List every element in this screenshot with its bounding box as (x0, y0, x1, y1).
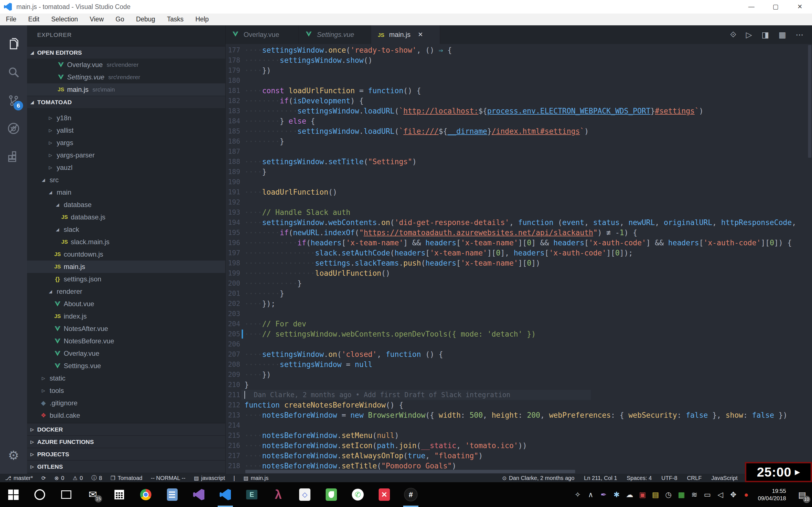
code-line[interactable]: 203 (225, 309, 812, 319)
tree-item[interactable]: JSindex.js (27, 310, 225, 323)
task-view-button[interactable] (53, 482, 80, 507)
tree-item[interactable]: NotesBefore.vue (27, 335, 225, 347)
code-line[interactable]: 217····notesBeforeWindow.setAlwaysOnTop(… (225, 451, 812, 461)
tree-item[interactable]: ◢database (27, 199, 225, 211)
tree-item[interactable]: NotesAfter.vue (27, 323, 225, 335)
code-line[interactable]: 186········} (225, 136, 812, 147)
code-line[interactable]: 177····settingsWindow.once('ready-to-sho… (225, 45, 812, 55)
sourcetree-app[interactable]: ◇ (292, 482, 318, 507)
code-line[interactable]: 202····}); (225, 298, 812, 309)
matrix-icon[interactable]: ▦ (677, 490, 686, 499)
code-line[interactable]: 179····}) (225, 65, 812, 75)
menu-go[interactable]: Go (110, 15, 130, 23)
code-line[interactable]: 204····// For dev (225, 319, 812, 329)
horizontal-scrollbar[interactable] (245, 470, 575, 473)
code-line[interactable]: 190 (225, 177, 812, 187)
code-line[interactable]: 208········settingsWindow = null (225, 359, 812, 370)
tree-item[interactable]: JScountdown.js (27, 248, 225, 261)
code-line[interactable]: 216····notesBeforeWindow.setIcon(path.jo… (225, 441, 812, 451)
code-line[interactable]: 200············} (225, 278, 812, 288)
tree-item[interactable]: ◢slack (27, 223, 225, 236)
code-line[interactable]: 209····}) (225, 370, 812, 380)
red-x-app[interactable]: ✕ (371, 482, 398, 507)
status-language-file[interactable]: ▤javascript (194, 475, 225, 482)
code-line[interactable]: 198················settings.slackTeams.p… (225, 258, 812, 268)
menu-help[interactable]: Help (190, 15, 214, 23)
obd-icon[interactable]: ▤ (651, 490, 660, 499)
status-errors[interactable]: ⊗0 (54, 475, 64, 482)
calendar-app[interactable] (106, 482, 133, 507)
code-line[interactable]: 214 (225, 420, 812, 431)
code-line[interactable]: 212function createNotesBeforeWindow() { (225, 400, 812, 410)
cortana-button[interactable] (27, 482, 53, 507)
tab-close-icon[interactable]: ✕ (418, 31, 423, 38)
whatsapp-app[interactable]: ✆ (345, 482, 371, 507)
vscode-app[interactable] (212, 482, 239, 507)
code-line[interactable]: 210} (225, 380, 812, 390)
status-eol[interactable]: CRLF (687, 475, 702, 482)
code-line[interactable]: 189····} (225, 167, 812, 177)
status-warnings[interactable]: ⚠0 (73, 475, 83, 482)
evernote-app[interactable] (318, 482, 345, 507)
activity-search-icon[interactable] (0, 59, 27, 86)
split-editor-icon[interactable]: ▦ (779, 30, 786, 40)
mail-app[interactable]: ✉15 (80, 482, 106, 507)
tree-item[interactable]: ▷yallist (27, 124, 225, 136)
code-line[interactable]: 207····settingsWindow.on('closed', funct… (225, 349, 812, 359)
vpn-icon[interactable]: ▣ (638, 490, 647, 499)
code-line[interactable]: 181····const loadUrlFunction = function(… (225, 86, 812, 96)
people-icon[interactable]: ✧ (573, 490, 582, 499)
tree-item[interactable]: ◢src (27, 174, 225, 186)
code-line[interactable]: 182········if(isDevelopment) { (225, 96, 812, 106)
status-folder[interactable]: ❒Tomatoad (110, 475, 142, 482)
tree-item[interactable]: ◢main (27, 186, 225, 199)
tab-settings-vue[interactable]: Settings.vue (299, 25, 371, 44)
code-line[interactable]: 197················slack.setAuthCode(hea… (225, 248, 812, 258)
tab-main-js[interactable]: JSmain.js✕ (371, 25, 440, 44)
wifi-icon[interactable]: ≋ (690, 490, 699, 499)
status-separator[interactable]: | (234, 475, 235, 482)
slack-app[interactable]: # (398, 482, 424, 507)
code-line[interactable]: 211Dan Clarke, 2 months ago • Add first … (225, 390, 812, 400)
code-line[interactable]: 183············settingsWindow.loadURL(`h… (225, 106, 812, 116)
code-line[interactable]: 206 (225, 339, 812, 349)
dropbox-icon[interactable]: ✥ (729, 490, 738, 499)
open-editor-item[interactable]: Overlay.vuesrc\renderer (27, 59, 225, 71)
tree-item[interactable]: ▷yargs-parser (27, 149, 225, 161)
tab-overlay-vue[interactable]: Overlay.vue (225, 25, 299, 44)
code-line[interactable]: 215····notesBeforeWindow.setMenu(null) (225, 431, 812, 441)
status-git-branch[interactable]: ⎇master* (5, 475, 33, 482)
activity-source-control-icon[interactable]: 6 (0, 87, 27, 114)
vertical-scrollbar[interactable] (808, 45, 811, 158)
minimize-button[interactable]: — (739, 0, 763, 13)
menu-selection[interactable]: Selection (45, 15, 84, 23)
activity-debug-icon[interactable] (0, 115, 27, 142)
project-header[interactable]: ◢TOMATOAD (27, 96, 225, 108)
open-editors-header[interactable]: ◢OPEN EDITORS (27, 46, 225, 59)
start-button[interactable] (0, 482, 27, 507)
status-cursor-position[interactable]: Ln 211, Col 1 (584, 475, 617, 482)
tree-item[interactable]: About.vue (27, 298, 225, 310)
code-line[interactable]: 178········settingsWindow.show() (225, 55, 812, 65)
maximize-button[interactable]: ▢ (763, 0, 788, 13)
notification-center-button[interactable]: ▤10 (792, 482, 812, 507)
status-sync[interactable]: ⟳ (42, 475, 46, 482)
volume-icon[interactable]: ◁ (716, 490, 725, 499)
tree-item[interactable]: JSmain.js (27, 261, 225, 273)
menu-file[interactable]: File (0, 15, 22, 23)
settings-gear-icon[interactable]: ⚙ (0, 448, 27, 462)
tree-item[interactable]: ◆.gitignore (27, 397, 225, 409)
code-line[interactable]: 193····// Handle Slack auth (225, 207, 812, 217)
tree-item[interactable]: ▷yauzl (27, 161, 225, 174)
menu-debug[interactable]: Debug (130, 15, 161, 23)
code-line[interactable]: 191····loadUrlFunction() (225, 187, 812, 197)
timer-play-icon[interactable]: ▶ (795, 468, 800, 476)
code-line[interactable]: 218····notesBeforeWindow.setTitle("Pomod… (225, 461, 812, 471)
code-line[interactable]: 187 (225, 147, 812, 157)
tree-item[interactable]: Settings.vue (27, 360, 225, 372)
tree-item[interactable]: Overlay.vue (27, 347, 225, 360)
status-blame[interactable]: ⊙Dan Clarke, 2 months ago (502, 475, 574, 482)
status-vim-mode[interactable]: -- NORMAL -- (151, 475, 186, 482)
close-button[interactable]: ✕ (788, 0, 812, 13)
chrome-app[interactable] (133, 482, 159, 507)
